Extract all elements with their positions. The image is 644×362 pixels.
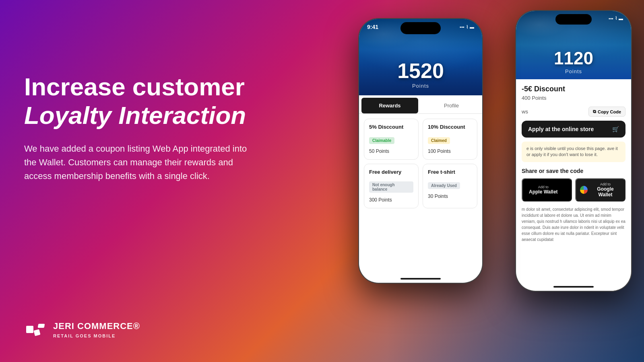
- coupon-label: ws: [522, 109, 528, 115]
- warning-text: e is only visible until you close this p…: [526, 146, 618, 157]
- google-wallet-name: Google Wallet: [590, 186, 621, 197]
- reward-1-badge: Claimable: [369, 137, 394, 144]
- google-wallet-button[interactable]: Add to Google Wallet: [575, 178, 625, 202]
- apple-wallet-button[interactable]: Add to Apple Wallet: [522, 178, 572, 202]
- wifi-icon: ⌇: [466, 25, 468, 30]
- battery-icon-2: ▬: [619, 16, 623, 21]
- google-icon: [580, 186, 588, 194]
- reward-2-points: 100 Points: [428, 148, 451, 154]
- reward-3-points: 300 Points: [369, 197, 392, 203]
- copy-code-button[interactable]: ⧉ Copy Code: [588, 107, 625, 117]
- description-text: We have added a coupon listing Web App i…: [24, 142, 258, 183]
- svg-rect-2: [38, 324, 45, 328]
- rewards-grid: 5% Disccount Claimable 50 Points 10% Dis…: [359, 114, 482, 213]
- points-value-1: 1520: [397, 59, 444, 83]
- apple-wallet-text: Add to Apple Wallet: [529, 185, 558, 195]
- phone-2-screen: ▪▪▪ ⌇ ▬ 1120 Points -5€ Discount 400 Poi…: [516, 11, 631, 291]
- points-label-2: Points: [565, 68, 582, 74]
- reward-card-4: Free t-shirt Already Used 30 Points: [423, 164, 477, 208]
- lorem-text: m dolor sit amet, consectetur adipiscing…: [522, 206, 625, 243]
- google-wallet-text: Add to Google Wallet: [590, 182, 621, 197]
- phone-1-screen: 9:41 ▪▪▪ ⌇ ▬ 1520 Points Rewards Profile: [359, 19, 482, 283]
- svg-rect-1: [33, 329, 40, 336]
- status-time-1: 9:41: [367, 24, 378, 30]
- brand-sub: RETAIL GOES MOBILE: [53, 333, 116, 338]
- reward-1-points: 50 Points: [369, 148, 389, 154]
- reward-card-1: 5% Disccount Claimable 50 Points: [364, 119, 419, 160]
- phone-2-content: -5€ Discount 400 Points ws ⧉ Copy Code A…: [516, 79, 631, 248]
- copy-btn-label: Copy Code: [598, 109, 621, 114]
- reward-3-title: Free delivery: [369, 169, 413, 175]
- brand-name: JERI COMMERCE®: [53, 321, 140, 332]
- tab-profile[interactable]: Profile: [423, 98, 480, 113]
- copy-icon: ⧉: [593, 109, 596, 114]
- points-value-2: 1120: [554, 48, 593, 68]
- heading-line1: Increase customer: [24, 73, 245, 101]
- signal-icon: ▪▪▪: [460, 25, 464, 29]
- reward-4-badge: Already Used: [428, 182, 460, 189]
- reward-4-points: 30 Points: [428, 193, 448, 199]
- reward-2-title: 10% Disccount: [428, 124, 472, 130]
- coupon-row: ws ⧉ Copy Code: [522, 107, 625, 117]
- share-title: Share or save the code: [522, 168, 625, 174]
- home-indicator-2: [553, 286, 594, 288]
- google-add-to: Add to: [590, 182, 621, 186]
- wallet-buttons: Add to Apple Wallet Add to Google Wallet: [522, 178, 625, 202]
- tab-bar-1: Rewards Profile: [359, 95, 482, 114]
- heading-line2: Loyalty Interaction: [24, 101, 246, 129]
- phone-2: ▪▪▪ ⌇ ▬ 1120 Points -5€ Discount 400 Poi…: [515, 10, 632, 292]
- svg-rect-0: [26, 326, 33, 333]
- logo-text: JERI COMMERCE® RETAIL GOES MOBILE: [53, 321, 140, 339]
- apple-wallet-name: Apple Wallet: [529, 189, 558, 195]
- status-icons-1: ▪▪▪ ⌇ ▬: [460, 25, 474, 30]
- dynamic-island-1: [400, 22, 441, 34]
- main-heading: Increase customer Loyalty Interaction: [24, 72, 298, 130]
- logo-area: JERI COMMERCE® RETAIL GOES MOBILE: [24, 318, 140, 342]
- reward-4-title: Free t-shirt: [428, 169, 472, 175]
- reward-card-3: Free delivery Not enough balance 300 Poi…: [364, 164, 419, 208]
- discount-title: -5€ Discount: [522, 85, 625, 93]
- left-content-area: Increase customer Loyalty Interaction We…: [24, 72, 298, 183]
- home-indicator-1: [400, 278, 441, 280]
- cart-icon: 🛒: [612, 126, 619, 132]
- points-label-1: Points: [412, 83, 429, 89]
- dynamic-island-2: [555, 14, 592, 25]
- warning-box: e is only visible until you close this p…: [522, 142, 625, 162]
- reward-card-2: 10% Disccount Claimed 100 Points: [423, 119, 477, 160]
- battery-icon: ▬: [470, 25, 474, 29]
- tab-rewards[interactable]: Rewards: [361, 98, 418, 113]
- reward-2-badge: Claimed: [428, 137, 450, 144]
- phone-1: 9:41 ▪▪▪ ⌇ ▬ 1520 Points Rewards Profile: [358, 18, 483, 284]
- apple-add-to: Add to: [529, 185, 558, 189]
- apply-btn-label: Apply at the online store: [528, 126, 594, 132]
- reward-1-title: 5% Disccount: [369, 124, 413, 130]
- phones-container: 9:41 ▪▪▪ ⌇ ▬ 1520 Points Rewards Profile: [322, 0, 644, 362]
- signal-icon-2: ▪▪▪: [609, 16, 613, 21]
- jeri-commerce-logo-icon: [24, 318, 48, 342]
- reward-3-badge: Not enough balance: [369, 181, 413, 193]
- status-icons-2: ▪▪▪ ⌇ ▬: [609, 16, 623, 21]
- wifi-icon-2: ⌇: [615, 16, 617, 21]
- apply-store-button[interactable]: Apply at the online store 🛒: [522, 121, 625, 138]
- discount-points: 400 Points: [522, 95, 625, 101]
